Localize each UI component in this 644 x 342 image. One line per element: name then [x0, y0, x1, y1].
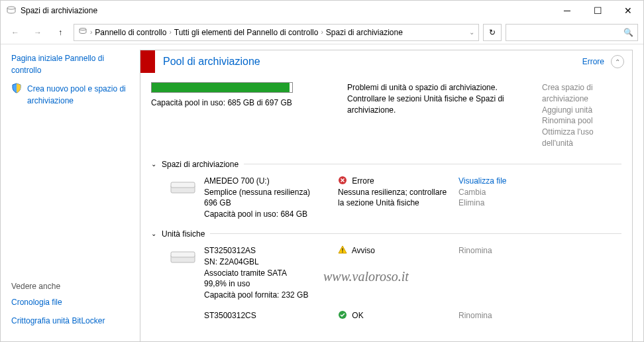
- svg-rect-7: [342, 248, 343, 251]
- minimize-button[interactable]: ─: [552, 1, 582, 21]
- titlebar: Spazi di archiviazione ─ ☐ ✕: [1, 1, 643, 21]
- chevron-down-icon: ⌄: [151, 160, 156, 168]
- create-space-link[interactable]: Crea spazio di archiviazione: [542, 82, 621, 105]
- status-label: OK: [352, 311, 363, 320]
- breadcrumb-item[interactable]: Tutti gli elementi del Pannello di contr…: [174, 28, 319, 37]
- search-box[interactable]: 🔍: [506, 24, 638, 41]
- bitlocker-link[interactable]: Crittografia unità BitLocker: [11, 315, 129, 327]
- chevron-right-icon: ›: [90, 28, 92, 36]
- back-button[interactable]: ←: [6, 23, 25, 42]
- drive-icon: [170, 180, 196, 196]
- svg-rect-6: [171, 252, 195, 257]
- physical-drive-item: ST3500312CS OK Rinomina: [170, 310, 621, 330]
- search-input[interactable]: [510, 28, 623, 37]
- svg-rect-3: [171, 182, 195, 188]
- chevron-down-icon[interactable]: ⌄: [469, 28, 474, 36]
- status-label: Errore: [352, 176, 374, 186]
- problem-text: Problemi di unità o spazio di archiviazi…: [347, 82, 531, 149]
- breadcrumb-item[interactable]: Pannello di controllo: [95, 28, 166, 37]
- drive-conn: Associato tramite SATA: [204, 268, 330, 279]
- section-heading: Unità fisiche: [162, 229, 205, 239]
- change-link[interactable]: Cambia: [458, 187, 506, 198]
- space-name: AMEDEO 700 (U:): [204, 176, 330, 187]
- breadcrumb-item[interactable]: Spazi di archiviazione: [326, 28, 403, 37]
- view-files-link[interactable]: Visualizza file: [458, 176, 506, 187]
- main-area: Pool di archiviazione Errore ⌃ Capacità …: [140, 44, 643, 341]
- section-toggle[interactable]: ⌄ Spazi di archiviazione: [151, 160, 621, 169]
- svg-rect-8: [342, 251, 343, 252]
- drive-cap: Capacità pool fornita: 232 GB: [204, 290, 330, 301]
- error-link[interactable]: Errore: [582, 57, 604, 66]
- status-detail: Nessuna resilienza; controllare la sezio…: [338, 187, 451, 209]
- physical-drives-section: ⌄ Unità fisiche ST3250312AS SN: Z2A04GBL…: [151, 229, 621, 330]
- maximize-button[interactable]: ☐: [582, 1, 613, 21]
- close-button[interactable]: ✕: [613, 1, 643, 21]
- breadcrumb[interactable]: › Pannello di controllo › Tutti gli elem…: [74, 24, 479, 41]
- storage-spaces-icon: [6, 5, 17, 16]
- physical-drive-item: ST3250312AS SN: Z2A04GBL Associato trami…: [170, 245, 621, 301]
- rename-link[interactable]: Rinomina: [458, 310, 492, 321]
- chevron-down-icon: ⌄: [151, 230, 156, 237]
- rename-link[interactable]: Rinomina: [458, 245, 492, 256]
- add-drive-link[interactable]: Aggiungi unità: [542, 105, 621, 116]
- space-type: Semplice (nessuna resilienza): [204, 187, 330, 198]
- navbar: ← → ↑ › Pannello di controllo › Tutti gl…: [1, 21, 643, 44]
- pool-panel: Pool di archiviazione Errore ⌃ Capacità …: [140, 50, 633, 341]
- window-title: Spazi di archiviazione: [21, 6, 552, 15]
- storage-spaces-section: ⌄ Spazi di archiviazione AMEDEO 700 (U:)…: [151, 160, 621, 220]
- refresh-button[interactable]: ↻: [483, 24, 502, 41]
- capacity-bar: [151, 82, 293, 93]
- pool-title: Pool di archiviazione: [163, 56, 582, 68]
- rename-pool-link[interactable]: Rinomina pool: [542, 115, 621, 127]
- drive-usage: 99,8% in uso: [204, 278, 330, 290]
- storage-space-item: AMEDEO 700 (U:) Semplice (nessuna resili…: [170, 176, 621, 220]
- see-also-heading: Vedere anche: [11, 282, 129, 291]
- section-heading: Spazi di archiviazione: [162, 160, 239, 169]
- section-toggle[interactable]: ⌄ Unità fisiche: [151, 229, 621, 239]
- drive-sn: SN: Z2A04GBL: [204, 256, 330, 268]
- warning-icon: [338, 245, 347, 255]
- status-label: Avviso: [352, 246, 375, 255]
- sidebar: Pagina iniziale Pannello di controllo Cr…: [1, 44, 140, 341]
- drive-name: ST3500312CS: [204, 310, 330, 321]
- delete-link[interactable]: Elimina: [458, 198, 506, 209]
- file-history-link[interactable]: Cronologia file: [11, 296, 129, 308]
- pool-header: Pool di archiviazione Errore ⌃: [140, 50, 632, 73]
- control-panel-home-link[interactable]: Pagina iniziale Pannello di controllo: [11, 52, 129, 76]
- storage-spaces-icon: [78, 27, 87, 38]
- capacity-text: Capacità pool in uso: 685 GB di 697 GB: [151, 98, 337, 107]
- space-usage: Capacità pool in uso: 684 GB: [204, 209, 330, 220]
- chevron-right-icon: ›: [321, 28, 323, 36]
- drive-name: ST3250312AS: [204, 245, 330, 256]
- shield-icon: [11, 83, 22, 95]
- up-button[interactable]: ↑: [51, 23, 70, 42]
- create-pool-link[interactable]: Crea nuovo pool e spazio di archiviazion…: [27, 83, 129, 107]
- collapse-button[interactable]: ⌃: [611, 55, 624, 68]
- forward-button[interactable]: →: [28, 23, 47, 42]
- drive-icon: [170, 249, 196, 265]
- ok-icon: [338, 310, 347, 319]
- optimize-link[interactable]: Ottimizza l'uso dell'unità: [542, 127, 621, 149]
- error-icon: [338, 176, 347, 185]
- svg-point-0: [7, 7, 15, 9]
- error-indicator-bar: [140, 50, 155, 73]
- status-row: Errore: [338, 176, 451, 187]
- search-icon[interactable]: 🔍: [623, 28, 633, 37]
- svg-point-1: [80, 28, 86, 30]
- space-size: 696 GB: [204, 198, 330, 209]
- chevron-right-icon: ›: [169, 28, 171, 36]
